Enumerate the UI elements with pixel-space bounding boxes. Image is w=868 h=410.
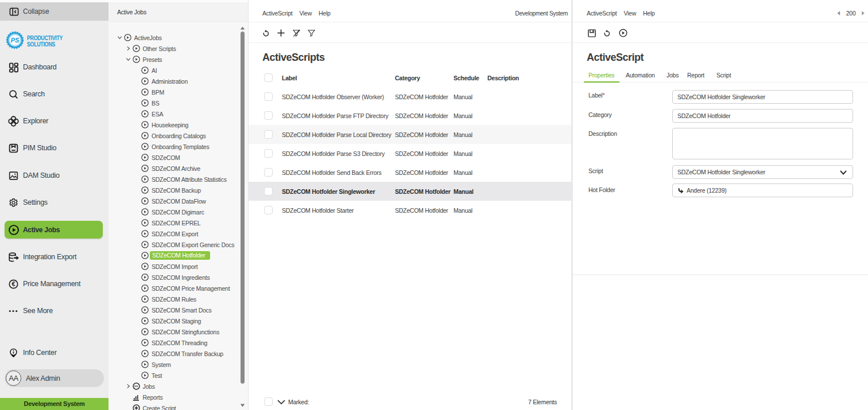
svg-text:SOLUTIONS: SOLUTIONS	[27, 41, 56, 48]
svg-text:€: €	[12, 280, 16, 287]
svg-text:PS: PS	[11, 37, 20, 44]
